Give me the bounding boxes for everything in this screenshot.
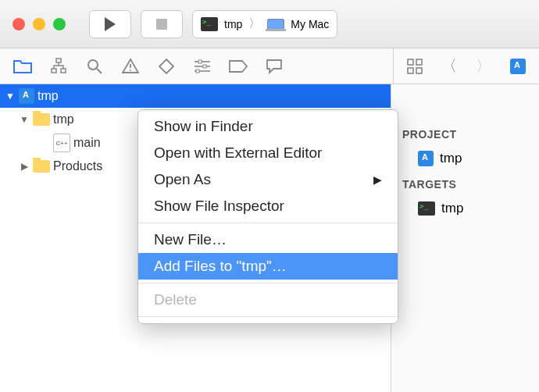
play-icon <box>105 17 116 31</box>
submenu-arrow-icon: ▶ <box>373 173 382 186</box>
svg-rect-16 <box>416 68 422 73</box>
cpp-file-icon: C++ <box>53 134 70 152</box>
destination-name: My Mac <box>291 18 329 30</box>
project-navigator: ▼ tmp ▼ tmp C++ main ▶ Products Show in … <box>0 84 391 392</box>
menu-separator <box>138 316 398 317</box>
project-row[interactable]: tmp <box>391 145 539 172</box>
menu-show-inspector[interactable]: Show File Inspector <box>138 193 398 219</box>
editor-grid-button[interactable] <box>402 55 428 78</box>
disclosure-triangle-icon[interactable]: ▼ <box>5 91 16 102</box>
menu-show-in-finder[interactable]: Show in Finder <box>138 113 398 140</box>
context-menu: Show in Finder Open with External Editor… <box>137 109 398 324</box>
svg-rect-2 <box>61 69 66 73</box>
project-navigator-tab[interactable] <box>9 55 36 78</box>
close-window-button[interactable] <box>12 18 25 30</box>
project-name: tmp <box>37 89 59 103</box>
breakpoint-navigator-tab[interactable] <box>225 55 252 78</box>
svg-rect-0 <box>56 59 61 62</box>
project-section-header: PROJECT <box>391 122 539 145</box>
project-label: tmp <box>440 151 462 166</box>
chevron-left-icon: 〈 <box>441 55 457 77</box>
menu-add-files[interactable]: Add Files to "tmp"… <box>138 253 398 280</box>
menu-new-file[interactable]: New File… <box>138 226 398 253</box>
menu-separator <box>138 223 398 223</box>
test-navigator-tab[interactable] <box>153 55 180 78</box>
hierarchy-icon <box>50 58 67 75</box>
disclosure-triangle-icon[interactable]: ▶ <box>19 161 30 172</box>
menu-open-external[interactable]: Open with External Editor <box>138 140 398 166</box>
xcodeproj-icon <box>418 151 434 166</box>
warning-icon <box>122 58 139 75</box>
disclosure-triangle-icon[interactable]: ▼ <box>19 114 30 125</box>
mac-icon <box>267 19 284 30</box>
svg-rect-11 <box>203 65 206 68</box>
svg-rect-1 <box>52 69 56 73</box>
editor-project-icon[interactable] <box>505 55 531 78</box>
xcodeproj-icon <box>510 59 526 74</box>
report-navigator-tab[interactable] <box>261 55 287 78</box>
svg-rect-15 <box>408 68 413 73</box>
tree-root-project[interactable]: ▼ tmp <box>0 84 391 108</box>
debug-navigator-tab[interactable] <box>189 55 216 78</box>
svg-line-4 <box>97 69 102 73</box>
target-row[interactable]: tmp <box>391 195 539 222</box>
navigator-tab-bar: 〈 〉 <box>0 48 539 84</box>
diamond-icon <box>159 59 174 74</box>
gauge-icon <box>194 59 211 73</box>
menu-label: New File… <box>154 231 227 248</box>
folder-icon <box>13 59 32 74</box>
folder-icon <box>33 113 50 126</box>
svg-point-6 <box>130 69 131 71</box>
scheme-selector[interactable]: tmp 〉 My Mac <box>192 10 337 38</box>
products-label: Products <box>53 159 102 173</box>
scheme-name: tmp <box>224 18 242 30</box>
zoom-window-button[interactable] <box>53 18 66 30</box>
folder-icon <box>33 160 50 173</box>
find-navigator-tab[interactable] <box>81 55 108 78</box>
group-name: tmp <box>53 112 74 127</box>
svg-point-3 <box>88 60 98 69</box>
editor-forward-button[interactable]: 〉 <box>470 55 497 78</box>
menu-label: Delete <box>154 291 197 308</box>
file-name: main <box>73 136 101 150</box>
window-controls <box>12 18 66 30</box>
terminal-icon <box>418 201 435 216</box>
menu-label: Show File Inspector <box>154 198 284 215</box>
minimize-window-button[interactable] <box>33 18 45 30</box>
menu-separator <box>138 283 398 283</box>
main-content: ▼ tmp ▼ tmp C++ main ▶ Products Show in … <box>0 84 539 392</box>
terminal-icon <box>201 17 218 31</box>
source-control-tab[interactable] <box>45 55 72 78</box>
target-label: tmp <box>441 201 463 216</box>
svg-rect-10 <box>198 60 202 63</box>
svg-rect-14 <box>416 59 422 65</box>
stop-icon <box>156 19 167 30</box>
stop-button[interactable] <box>141 10 183 38</box>
menu-delete: Delete <box>138 287 398 313</box>
project-editor-sidebar: PROJECT tmp TARGETS tmp <box>391 84 539 392</box>
issue-navigator-tab[interactable] <box>117 55 144 78</box>
breakpoint-icon <box>229 60 248 73</box>
editor-back-button[interactable]: 〈 <box>436 55 462 78</box>
chevron-right-icon: 〉 <box>248 16 261 32</box>
run-button[interactable] <box>89 10 131 38</box>
menu-label: Open As <box>154 171 211 188</box>
svg-rect-12 <box>196 69 199 73</box>
menu-label: Add Files to "tmp"… <box>154 258 287 275</box>
speech-icon <box>266 59 283 74</box>
svg-rect-13 <box>408 59 413 65</box>
menu-label: Open with External Editor <box>154 144 322 162</box>
grid-icon <box>407 59 423 74</box>
search-icon <box>86 58 103 75</box>
menu-label: Show in Finder <box>154 118 253 135</box>
xcodeproj-icon <box>19 88 34 104</box>
targets-section-header: TARGETS <box>391 172 539 195</box>
title-bar: tmp 〉 My Mac <box>0 0 539 48</box>
menu-open-as[interactable]: Open As▶ <box>138 166 398 193</box>
chevron-right-icon: 〉 <box>476 55 491 77</box>
